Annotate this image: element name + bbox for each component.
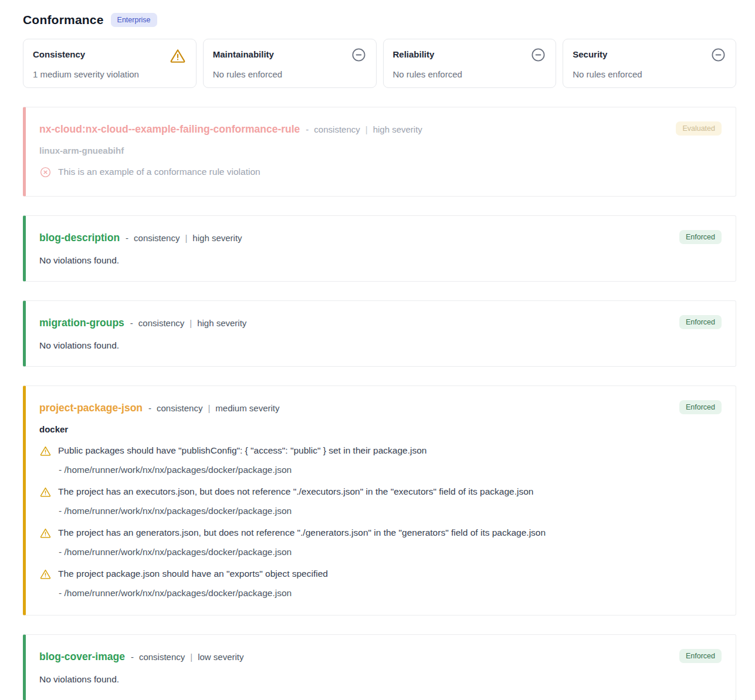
rule-severity: medium severity	[215, 403, 279, 413]
rule-dash: -	[126, 233, 128, 243]
rule-name-link[interactable]: migration-groups	[39, 317, 124, 329]
minus-circle-icon	[710, 47, 726, 65]
status-badge-enforced: Enforced	[679, 649, 722, 663]
violation-message: This is an example of a conformance rule…	[58, 165, 260, 178]
violation-item: The project has an executors.json, but d…	[39, 485, 719, 516]
rule-severity: high severity	[192, 233, 242, 243]
rule-category: consistency	[138, 318, 184, 328]
rule-dash: -	[130, 318, 133, 328]
warning-triangle-icon	[169, 47, 187, 67]
x-circle-icon	[39, 166, 52, 181]
summary-card-label: Maintainability	[213, 47, 274, 59]
warning-triangle-icon	[39, 568, 52, 583]
page-header: Conformance Enterprise	[23, 13, 736, 27]
status-badge-enforced: Enforced	[679, 400, 722, 414]
warning-triangle-icon	[39, 486, 52, 501]
minus-circle-icon	[351, 47, 367, 65]
summary-card-security: Security No rules enforced	[563, 39, 736, 88]
rule-card-blog-description: blog-description - consistency | high se…	[23, 215, 736, 282]
meta-pipe: |	[365, 124, 368, 134]
page-title: Conformance	[23, 13, 104, 27]
summary-card-reliability: Reliability No rules enforced	[383, 39, 557, 88]
rule-name-link[interactable]: nx-cloud:nx-cloud--example-failing-confo…	[39, 123, 300, 136]
violation-item: The project has an generators.json, but …	[39, 526, 719, 557]
summary-card-label: Consistency	[33, 47, 85, 59]
no-violations-text: No violations found.	[39, 340, 719, 351]
rule-category: consistency	[157, 403, 202, 413]
status-badge-enforced: Enforced	[679, 230, 722, 244]
summary-card-status: No rules enforced	[573, 69, 726, 79]
enterprise-badge: Enterprise	[111, 13, 157, 27]
warning-triangle-icon	[39, 527, 52, 542]
rule-category: consistency	[139, 652, 185, 662]
summary-card-label: Security	[573, 47, 607, 59]
meta-pipe: |	[208, 403, 210, 413]
violation-item: The project package.json should have an …	[39, 567, 719, 598]
rule-dash: -	[306, 124, 309, 134]
violation-location: - /home/runner/work/nx/nx/packages/docke…	[59, 588, 719, 598]
summary-card-status: No rules enforced	[213, 69, 367, 79]
conformance-rules-list: nx-cloud:nx-cloud--example-failing-confo…	[23, 107, 736, 700]
summary-card-label: Reliability	[393, 47, 435, 59]
violation-item: Public packages should have "publishConf…	[39, 444, 719, 475]
status-badge-enforced: Enforced	[679, 315, 722, 329]
rule-severity: high severity	[373, 124, 422, 134]
rule-card-blog-cover-image: blog-cover-image - consistency | low sev…	[23, 634, 736, 700]
no-violations-text: No violations found.	[39, 674, 719, 685]
rule-severity: high severity	[197, 318, 246, 328]
rule-card-project-package-json: project-package-json - consistency | med…	[23, 385, 736, 616]
violation-location: - /home/runner/work/nx/nx/packages/docke…	[59, 506, 719, 516]
violation-message: Public packages should have "publishConf…	[58, 444, 426, 457]
summary-cards: Consistency 1 medium severity violation …	[23, 39, 736, 88]
project-name: linux-arm-gnueabihf	[39, 146, 719, 155]
rule-dash: -	[148, 403, 151, 413]
summary-card-status: 1 medium severity violation	[33, 69, 187, 79]
rule-card-migration-groups: migration-groups - consistency | high se…	[23, 300, 736, 367]
rule-card-example-failing: nx-cloud:nx-cloud--example-failing-confo…	[23, 107, 736, 197]
project-name: docker	[39, 424, 719, 434]
rule-name-link[interactable]: blog-description	[39, 232, 120, 244]
meta-pipe: |	[185, 233, 187, 243]
summary-card-consistency: Consistency 1 medium severity violation	[23, 39, 197, 88]
violation-message: The project package.json should have an …	[58, 567, 328, 580]
no-violations-text: No violations found.	[39, 255, 719, 266]
status-badge-evaluated: Evaluated	[676, 121, 722, 136]
summary-card-status: No rules enforced	[393, 69, 547, 79]
violation-message: The project has an executors.json, but d…	[58, 485, 533, 498]
rule-dash: -	[131, 652, 134, 662]
warning-triangle-icon	[39, 445, 52, 459]
violation-location: - /home/runner/work/nx/nx/packages/docke…	[59, 547, 719, 557]
meta-pipe: |	[190, 652, 192, 662]
summary-card-maintainability: Maintainability No rules enforced	[203, 39, 377, 88]
rule-name-link[interactable]: project-package-json	[39, 402, 143, 414]
rule-severity: low severity	[198, 652, 243, 662]
rule-category: consistency	[314, 124, 360, 134]
violation-location: - /home/runner/work/nx/nx/packages/docke…	[59, 465, 719, 475]
rule-name-link[interactable]: blog-cover-image	[39, 651, 125, 663]
violation-message: The project has an generators.json, but …	[58, 526, 546, 539]
minus-circle-icon	[530, 47, 546, 65]
meta-pipe: |	[189, 318, 192, 328]
rule-category: consistency	[134, 233, 180, 243]
